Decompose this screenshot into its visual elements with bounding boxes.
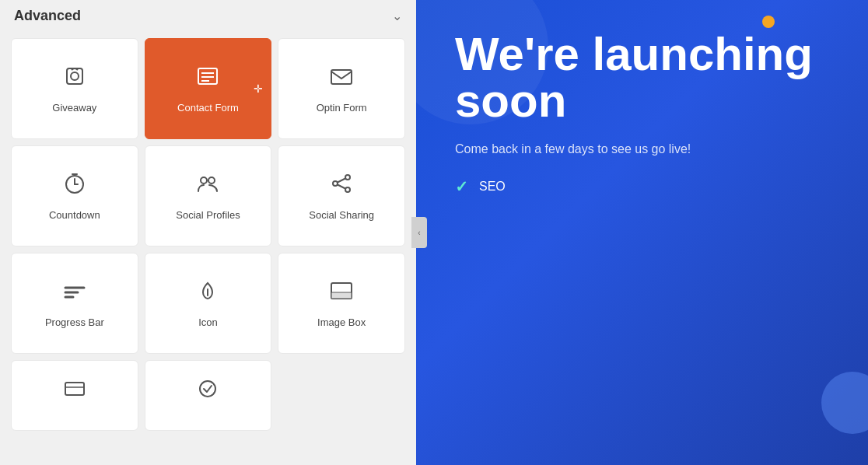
svg-point-11 xyxy=(201,177,207,184)
social-profiles-icon xyxy=(195,171,220,201)
svg-line-16 xyxy=(338,179,345,183)
giveaway-label: Giveaway xyxy=(52,102,96,114)
feature-text-seo: SEO xyxy=(479,180,506,194)
widget-item-icon[interactable]: Icon xyxy=(145,253,272,354)
giveaway-icon xyxy=(62,64,87,94)
widget-item-giveaway[interactable]: Giveaway xyxy=(11,38,138,139)
widget-item-contact-form[interactable]: Contact Form ✛ xyxy=(145,38,272,139)
social-profiles-label: Social Profiles xyxy=(176,209,240,221)
widget-item-progress-bar[interactable]: Progress Bar xyxy=(11,253,138,354)
progress-bar-icon xyxy=(62,278,87,309)
countdown-icon xyxy=(62,171,87,201)
svg-point-1 xyxy=(71,72,79,80)
svg-point-27 xyxy=(200,381,215,397)
svg-point-14 xyxy=(333,181,338,186)
svg-rect-6 xyxy=(331,70,352,84)
image-box-icon xyxy=(329,278,354,309)
contact-form-icon xyxy=(195,64,220,94)
right-panel: We're launching soon Come back in a few … xyxy=(416,0,868,465)
widget-item-social-sharing[interactable]: Social Sharing xyxy=(278,145,405,246)
progress-bar-label: Progress Bar xyxy=(45,316,104,328)
orange-dot-decoration xyxy=(762,16,775,28)
icon-icon xyxy=(195,278,220,309)
optin-form-label: Optin Form xyxy=(317,102,367,114)
partial-icon-1 xyxy=(62,376,87,407)
collapse-icon: ‹ xyxy=(418,229,420,237)
hero-subtitle: Come back in a few days to see us go liv… xyxy=(455,140,751,159)
countdown-label: Countdown xyxy=(49,209,100,221)
widget-item-social-profiles[interactable]: Social Profiles xyxy=(145,145,272,246)
hero-title: We're launching soon xyxy=(455,31,829,124)
widget-item-partial-2[interactable] xyxy=(145,360,272,431)
panel-title: Advanced xyxy=(14,8,81,24)
contact-form-label: Contact Form xyxy=(177,102,239,114)
move-cursor-icon: ✛ xyxy=(254,82,263,95)
social-sharing-label: Social Sharing xyxy=(309,209,374,221)
panel-collapse-handle[interactable]: ‹ xyxy=(411,217,427,248)
widget-item-partial-1[interactable] xyxy=(11,360,138,431)
partial-icon-2 xyxy=(195,376,220,407)
widget-item-countdown[interactable]: Countdown xyxy=(11,145,138,246)
widget-grid: Giveaway Contact Form ✛ xyxy=(0,32,416,437)
social-sharing-icon xyxy=(329,171,354,201)
left-panel: Advanced ⌄ Giveaway xyxy=(0,0,416,465)
svg-point-13 xyxy=(345,175,350,180)
icon-label: Icon xyxy=(198,316,218,328)
image-box-label: Image Box xyxy=(317,316,366,328)
check-icon: ✓ xyxy=(455,177,468,196)
feature-item-seo: ✓ SEO xyxy=(455,177,829,196)
svg-point-15 xyxy=(345,187,350,192)
optin-form-icon xyxy=(329,64,354,94)
svg-rect-0 xyxy=(67,68,82,84)
widget-item-optin-form[interactable]: Optin Form xyxy=(278,38,405,139)
svg-line-17 xyxy=(338,185,345,189)
svg-rect-25 xyxy=(65,383,84,395)
svg-rect-23 xyxy=(331,292,352,299)
panel-header: Advanced ⌄ xyxy=(0,0,416,32)
chevron-down-icon[interactable]: ⌄ xyxy=(392,9,402,23)
blue-circle-decoration xyxy=(821,372,868,434)
feature-list: ✓ SEO xyxy=(455,177,829,202)
svg-point-12 xyxy=(208,177,215,184)
widget-item-image-box[interactable]: Image Box xyxy=(278,253,405,354)
